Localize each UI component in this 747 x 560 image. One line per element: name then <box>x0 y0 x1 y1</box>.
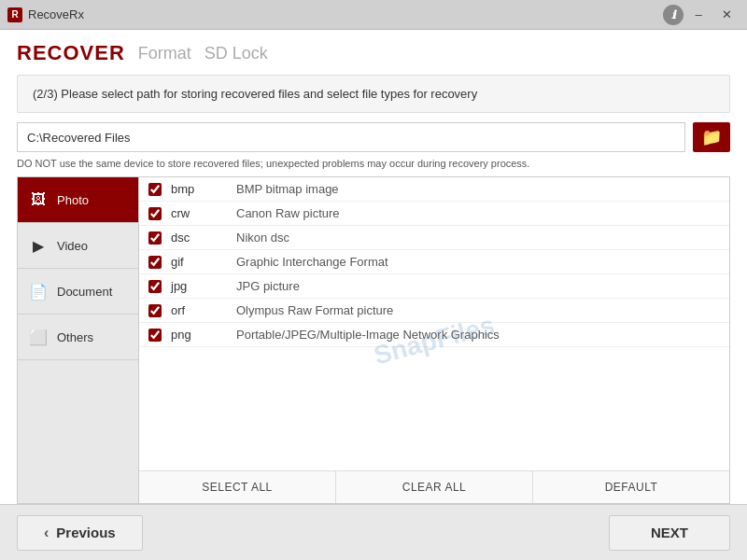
nav-tabs: RECOVER Format SD Lock <box>0 30 747 65</box>
category-label-photo: Photo <box>57 193 89 207</box>
category-label-video: Video <box>57 239 88 253</box>
category-label-document: Document <box>57 285 112 299</box>
file-desc-crw: Canon Raw picture <box>236 206 720 220</box>
photo-icon: 🖼 <box>27 189 49 211</box>
path-area: 📁 <box>17 122 730 152</box>
file-row: crw Canon Raw picture <box>139 202 729 226</box>
path-input[interactable] <box>17 122 685 152</box>
browse-button[interactable]: 📁 <box>693 122 730 152</box>
file-ext-png: png <box>171 328 227 342</box>
video-icon: ▶ <box>27 234 49 257</box>
file-ext-dsc: dsc <box>171 231 227 245</box>
checkbox-dsc[interactable] <box>148 231 162 245</box>
app-title: RecoveRx <box>28 7 84 21</box>
title-bar-left: R RecoveRx <box>7 7 84 22</box>
bottom-nav: ‹ Previous NEXT <box>0 504 747 560</box>
tab-format[interactable]: Format <box>138 44 191 63</box>
file-type-area: 🖼 Photo ▶ Video 📄 Document ⬜ Others bmp … <box>17 176 730 504</box>
close-button[interactable]: ✕ <box>713 5 740 25</box>
minimize-button[interactable]: – <box>685 5 712 25</box>
checkbox-gif[interactable] <box>148 256 162 269</box>
warning-text: DO NOT use the same device to store reco… <box>17 158 730 169</box>
chevron-left-icon: ‹ <box>44 525 49 541</box>
file-row: png Portable/JPEG/Multiple-Image Network… <box>139 323 729 347</box>
file-desc-dsc: Nikon dsc <box>236 231 720 245</box>
next-button[interactable]: NEXT <box>609 515 730 551</box>
main-area: RECOVER Format SD Lock (2/3) Please sele… <box>0 30 747 560</box>
document-icon: 📄 <box>27 280 49 302</box>
tab-recover[interactable]: RECOVER <box>17 41 125 65</box>
file-desc-jpg: JPG picture <box>236 279 720 293</box>
file-row: jpg JPG picture <box>139 274 729 299</box>
info-button[interactable]: ℹ <box>663 5 684 25</box>
checkbox-jpg[interactable] <box>148 280 162 293</box>
file-desc-bmp: BMP bitmap image <box>236 182 720 196</box>
others-icon: ⬜ <box>27 326 49 348</box>
checkbox-bmp[interactable] <box>148 183 162 196</box>
file-list-scroll[interactable]: bmp BMP bitmap image crw Canon Raw pictu… <box>139 177 729 470</box>
file-row: gif Graphic Interchange Format <box>139 250 729 274</box>
file-desc-png: Portable/JPEG/Multiple-Image Network Gra… <box>236 328 720 342</box>
folder-icon: 📁 <box>701 127 722 147</box>
select-all-button[interactable]: SELECT ALL <box>139 471 336 503</box>
title-bar: R RecoveRx ℹ – ✕ <box>0 0 747 30</box>
file-ext-crw: crw <box>171 206 227 220</box>
checkbox-crw[interactable] <box>148 207 162 220</box>
file-ext-gif: gif <box>171 255 227 269</box>
tab-sdlock[interactable]: SD Lock <box>204 44 268 63</box>
default-button[interactable]: DEFAULT <box>533 471 729 503</box>
category-document[interactable]: 📄 Document <box>18 269 138 315</box>
file-ext-orf: orf <box>171 303 227 317</box>
category-photo[interactable]: 🖼 Photo <box>18 177 138 223</box>
file-desc-gif: Graphic Interchange Format <box>236 255 720 269</box>
checkbox-png[interactable] <box>148 329 162 342</box>
category-others[interactable]: ⬜ Others <box>18 315 138 360</box>
category-sidebar: 🖼 Photo ▶ Video 📄 Document ⬜ Others <box>18 177 139 503</box>
category-label-others: Others <box>57 330 93 344</box>
file-list-area: bmp BMP bitmap image crw Canon Raw pictu… <box>139 177 729 503</box>
file-ext-bmp: bmp <box>171 182 227 196</box>
file-ext-jpg: jpg <box>171 279 227 293</box>
step-description: (2/3) Please select path for storing rec… <box>17 75 730 113</box>
file-actions: SELECT ALL CLEAR ALL DEFAULT <box>139 470 729 503</box>
category-video[interactable]: ▶ Video <box>18 223 138 269</box>
file-row: bmp BMP bitmap image <box>139 177 729 202</box>
file-row: orf Olympus Raw Format picture <box>139 299 729 323</box>
clear-all-button[interactable]: CLEAR ALL <box>336 471 533 503</box>
file-row: dsc Nikon dsc <box>139 226 729 250</box>
title-bar-controls: ℹ – ✕ <box>663 5 740 25</box>
previous-button[interactable]: ‹ Previous <box>17 515 143 551</box>
checkbox-orf[interactable] <box>148 304 162 317</box>
file-desc-orf: Olympus Raw Format picture <box>236 303 720 317</box>
app-icon: R <box>7 7 22 22</box>
